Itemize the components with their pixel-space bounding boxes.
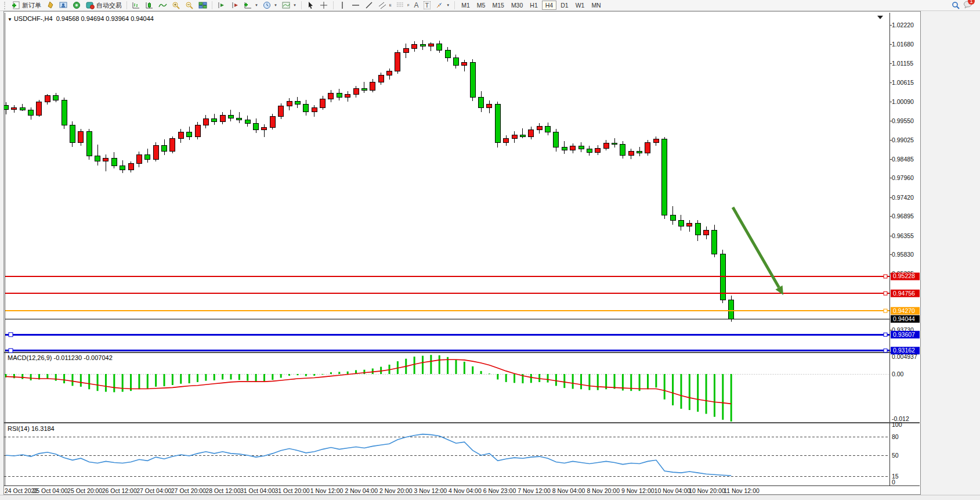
candle-body[interactable] bbox=[653, 139, 659, 143]
candle-body[interactable] bbox=[287, 101, 292, 106]
candle-body[interactable] bbox=[620, 145, 625, 156]
notifications-button[interactable]: 1 bbox=[963, 0, 972, 11]
chart-canvas[interactable]: 1.022201.016801.011551.006151.000900.995… bbox=[4, 12, 920, 494]
candle-body[interactable] bbox=[637, 152, 642, 153]
candle-body[interactable] bbox=[387, 71, 392, 75]
time-axis-label[interactable]: 2 Nov 04:00 bbox=[345, 487, 378, 494]
timeframe-M15[interactable]: M15 bbox=[489, 1, 507, 10]
text-tool-button[interactable]: A bbox=[413, 1, 421, 10]
time-axis-label[interactable]: 8 Nov 20:00 bbox=[587, 487, 620, 494]
candle-body[interactable] bbox=[195, 125, 200, 136]
candle-body[interactable] bbox=[320, 99, 326, 108]
candle-body[interactable] bbox=[145, 154, 150, 159]
candle-body[interactable] bbox=[562, 148, 567, 150]
candle-body[interactable] bbox=[603, 143, 609, 148]
channel-tool-button[interactable]: E bbox=[377, 1, 393, 10]
time-axis-label[interactable]: 9 Nov 12:00 bbox=[621, 487, 654, 494]
candle-body[interactable] bbox=[628, 152, 634, 156]
candle-body[interactable] bbox=[279, 106, 284, 117]
candle-body[interactable] bbox=[295, 101, 300, 105]
candle-body[interactable] bbox=[254, 123, 259, 130]
auto-trading-button[interactable]: 自动交易 bbox=[84, 1, 124, 10]
candle-body[interactable] bbox=[353, 88, 359, 95]
candle-body[interactable] bbox=[645, 142, 650, 153]
candle-body[interactable] bbox=[420, 45, 425, 46]
candle-body[interactable] bbox=[212, 118, 217, 122]
candle-body[interactable] bbox=[220, 115, 225, 122]
candle-body[interactable] bbox=[103, 158, 109, 161]
timeframe-H4[interactable]: H4 bbox=[542, 1, 556, 10]
crosshair-tool-button[interactable] bbox=[318, 1, 330, 10]
candle-body[interactable] bbox=[453, 58, 458, 66]
line-handle[interactable] bbox=[884, 309, 887, 312]
market-watch-button[interactable] bbox=[57, 1, 70, 10]
candle-body[interactable] bbox=[203, 118, 208, 125]
indicators-button[interactable]: ▼ bbox=[242, 1, 260, 10]
candle-body[interactable] bbox=[228, 115, 233, 118]
candle-body[interactable] bbox=[4, 105, 9, 109]
fibonacci-tool-button[interactable]: F bbox=[395, 1, 411, 10]
time-axis-label[interactable]: 3 Nov 12:00 bbox=[414, 487, 447, 494]
time-axis-label[interactable]: 28 Oct 12:00 bbox=[205, 487, 240, 494]
candle-body[interactable] bbox=[529, 130, 534, 136]
time-axis-label[interactable]: 25 Oct 20:00 bbox=[67, 487, 102, 494]
candle-body[interactable] bbox=[678, 221, 684, 226]
candle-body[interactable] bbox=[312, 108, 317, 112]
vertical-line-tool-button[interactable] bbox=[337, 1, 349, 10]
candle-body[interactable] bbox=[412, 45, 417, 48]
line-handle[interactable] bbox=[884, 292, 887, 295]
candle-body[interactable] bbox=[479, 97, 484, 108]
candle-body[interactable] bbox=[45, 96, 50, 102]
candle-body[interactable] bbox=[695, 224, 700, 235]
candle-body[interactable] bbox=[670, 215, 675, 221]
candle-body[interactable] bbox=[111, 158, 117, 166]
time-axis-label[interactable]: 4 Nov 04:00 bbox=[449, 487, 482, 494]
candle-body[interactable] bbox=[487, 105, 492, 108]
candle-body[interactable] bbox=[662, 139, 667, 215]
candle-body[interactable] bbox=[153, 145, 158, 159]
candle-body[interactable] bbox=[345, 95, 350, 97]
line-handle[interactable] bbox=[9, 348, 13, 352]
search-button[interactable] bbox=[950, 1, 962, 10]
candle-body[interactable] bbox=[86, 132, 92, 156]
candle-body[interactable] bbox=[504, 139, 509, 143]
chart-window[interactable]: USDCHF-,H4 0.94568 0.94694 0.93964 0.940… bbox=[3, 11, 921, 495]
candle-body[interactable] bbox=[612, 143, 617, 144]
time-axis-label[interactable]: 31 Oct 04:00 bbox=[240, 487, 275, 494]
timeframe-W1[interactable]: W1 bbox=[573, 1, 588, 10]
candle-body[interactable] bbox=[470, 63, 475, 97]
line-handle[interactable] bbox=[9, 333, 13, 337]
new-order-button[interactable]: 新订单 bbox=[10, 1, 43, 10]
candle-body[interactable] bbox=[370, 82, 375, 90]
candle-body[interactable] bbox=[120, 166, 125, 170]
candle-body[interactable] bbox=[578, 146, 584, 149]
time-axis-label[interactable]: 10 Nov 20:00 bbox=[689, 487, 725, 494]
time-axis-label[interactable]: 26 Oct 12:00 bbox=[102, 487, 137, 494]
candle-body[interactable] bbox=[70, 125, 75, 142]
timeframe-M30[interactable]: M30 bbox=[508, 1, 526, 10]
candle-body[interactable] bbox=[520, 135, 525, 136]
line-handle[interactable] bbox=[884, 333, 887, 336]
time-axis-label[interactable]: 10 Nov 04:00 bbox=[654, 487, 691, 494]
cursor-tool-button[interactable] bbox=[305, 1, 317, 10]
templates-button[interactable]: ▼ bbox=[280, 1, 298, 10]
time-axis-label[interactable]: 25 Oct 04:00 bbox=[33, 487, 68, 494]
zoom-in-button[interactable] bbox=[170, 1, 182, 10]
candle-body[interactable] bbox=[704, 230, 709, 235]
candle-body[interactable] bbox=[303, 105, 309, 112]
candle-body[interactable] bbox=[12, 108, 17, 109]
candle-body[interactable] bbox=[595, 148, 601, 152]
time-axis-label[interactable]: 27 Oct 20:00 bbox=[171, 487, 206, 494]
time-axis-label[interactable]: 11 Nov 12:00 bbox=[724, 487, 760, 494]
timeframe-H1[interactable]: H1 bbox=[527, 1, 540, 10]
candle-body[interactable] bbox=[554, 132, 559, 148]
candle-body[interactable] bbox=[361, 88, 367, 90]
line-handle[interactable] bbox=[884, 275, 887, 278]
label-tool-button[interactable]: T bbox=[422, 1, 433, 10]
candle-body[interactable] bbox=[462, 63, 467, 66]
trendline-tool-button[interactable] bbox=[363, 1, 375, 10]
candle-body[interactable] bbox=[170, 139, 175, 152]
candlestick-chart-button[interactable] bbox=[143, 1, 156, 10]
candle-body[interactable] bbox=[95, 156, 100, 161]
candle-body[interactable] bbox=[495, 105, 500, 143]
